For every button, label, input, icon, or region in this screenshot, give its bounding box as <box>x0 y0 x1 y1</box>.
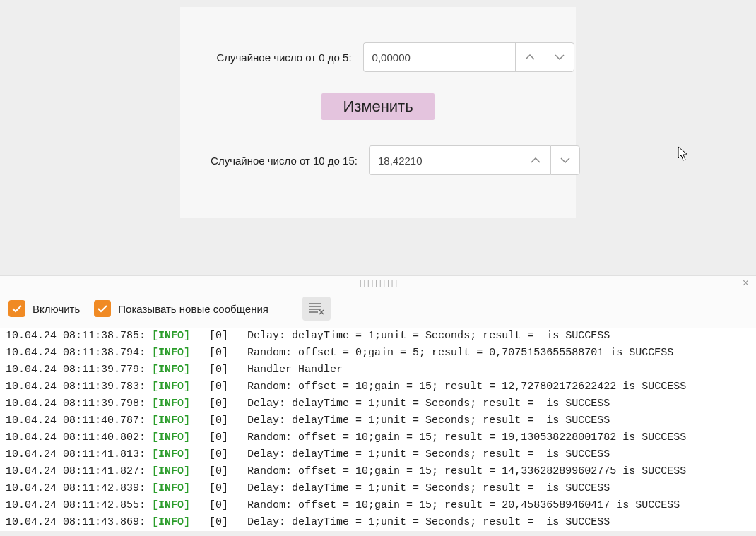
show-new-label: Показывать новые сообщения <box>118 303 268 315</box>
log-toolbar: Включить Показывать новые сообщения <box>0 290 756 328</box>
show-new-checkbox[interactable] <box>94 300 111 317</box>
log-area[interactable]: 10.04.24 08:11:37.786: [INFO] [0] Random… <box>0 328 756 531</box>
chevron-down-icon <box>560 157 570 163</box>
spinner-10-15 <box>369 145 545 175</box>
clear-lines-icon <box>309 302 324 315</box>
log-line: 10.04.24 08:11:38.794: [INFO] [0] Random… <box>6 345 750 362</box>
log-line: 10.04.24 08:11:39.779: [INFO] [0] Handle… <box>6 362 750 379</box>
random-0-5-label: Случайное число от 0 до 5: <box>216 52 351 64</box>
log-line: 10.04.24 08:11:42.839: [INFO] [0] Delay:… <box>6 480 750 497</box>
chevron-up-icon <box>531 157 541 163</box>
check-icon <box>98 304 107 313</box>
log-line: 10.04.24 08:11:39.798: [INFO] [0] Delay:… <box>6 395 750 412</box>
spinner-down-button[interactable] <box>550 145 580 175</box>
log-line: 10.04.24 08:11:42.855: [INFO] [0] Random… <box>6 497 750 514</box>
form-panel: Случайное число от 0 до 5: Изменить Случ… <box>180 7 576 218</box>
chevron-up-icon <box>525 54 535 60</box>
spinner-down-button[interactable] <box>545 42 574 72</box>
form-row-1: Случайное число от 0 до 5: <box>201 42 555 72</box>
form-row-2: Случайное число от 10 до 15: <box>201 145 555 175</box>
log-line: 10.04.24 08:11:43.869: [INFO] [0] Delay:… <box>6 514 750 531</box>
splitter-grip-icon: |||||||||| <box>358 278 398 287</box>
top-area: Случайное число от 0 до 5: Изменить Случ… <box>0 0 756 275</box>
random-0-5-input[interactable] <box>363 42 515 72</box>
random-10-15-label: Случайное число от 10 до 15: <box>211 155 358 167</box>
log-line: 10.04.24 08:11:41.827: [INFO] [0] Random… <box>6 463 750 480</box>
log-line: 10.04.24 08:11:40.802: [INFO] [0] Random… <box>6 429 750 446</box>
enable-label: Включить <box>33 303 80 315</box>
log-line: 10.04.24 08:11:40.787: [INFO] [0] Delay:… <box>6 412 750 429</box>
log-line: 10.04.24 08:11:38.785: [INFO] [0] Delay:… <box>6 328 750 345</box>
log-line: 10.04.24 08:11:41.813: [INFO] [0] Delay:… <box>6 446 750 463</box>
spinner-up-button[interactable] <box>515 42 545 72</box>
random-10-15-input[interactable] <box>369 145 521 175</box>
spinner-up-button[interactable] <box>521 145 550 175</box>
chevron-down-icon <box>555 54 565 60</box>
spinner-0-5 <box>363 42 540 72</box>
splitter[interactable]: |||||||||| × <box>0 275 756 290</box>
log-line: 10.04.24 08:11:39.783: [INFO] [0] Random… <box>6 379 750 395</box>
enable-checkbox[interactable] <box>8 300 25 317</box>
change-button[interactable]: Изменить <box>321 93 434 120</box>
check-icon <box>12 304 22 313</box>
close-log-button[interactable]: × <box>743 277 749 290</box>
clear-log-button[interactable] <box>302 297 331 321</box>
